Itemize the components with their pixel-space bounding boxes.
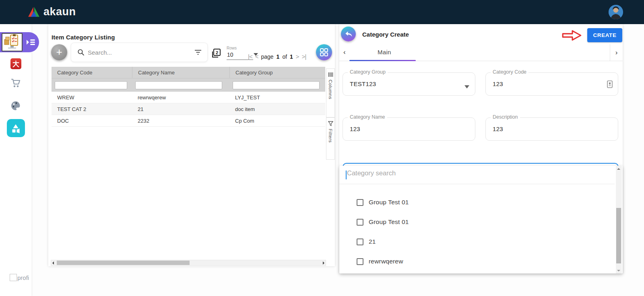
create-button[interactable]: CREATE [587,28,622,42]
cell-category-code: TEST CAT 2 [52,106,132,112]
scroll-up-arrow-icon[interactable] [617,168,620,170]
sidebar-item-shapes-active[interactable] [0,119,31,137]
filter-list-icon[interactable] [194,49,202,55]
palette-icon [10,101,21,111]
scroll-right-arrow-icon[interactable] [323,261,324,265]
filter-input-category-group[interactable] [233,81,320,89]
brand-logo: akaun [27,6,76,18]
listing-search-box[interactable] [71,43,208,62]
profile-checkbox[interactable] [10,274,17,281]
column-header-category-code[interactable]: Category Code [52,67,132,78]
columns-icon [328,72,333,77]
description-label: Description [491,114,520,120]
auto-number-icon[interactable] [607,80,613,90]
shapes-app-icon [7,119,25,137]
filter-input-category-code[interactable] [55,81,127,89]
annotation-arrow-icon [561,30,582,43]
filter-input-category-name[interactable] [135,81,222,89]
active-tab-underline [349,60,416,61]
category-group-value: TEST123 [350,80,376,87]
category-name-value: 123 [350,125,360,132]
category-group-label: Category Group [348,69,388,75]
cell-category-name: rewrwqerew [132,95,229,101]
search-icon [77,49,85,56]
red-cjk-app-icon [10,58,21,69]
scroll-left-arrow-icon[interactable] [52,261,54,265]
dropdown-option[interactable]: 21 [357,238,376,245]
column-header-category-group[interactable]: Category Group [229,67,325,78]
option-label: Group Test 01 [369,218,409,226]
filters-tab-label: Filters [328,129,333,143]
cell-category-code: WREW [52,95,132,101]
table-row[interactable]: TEST CAT 2 21 doc item [52,103,325,115]
table-row[interactable]: DOC 2232 Cp Com [52,115,325,127]
dropdown-option[interactable]: rewrwqerew [357,258,403,265]
search-input[interactable] [88,49,194,56]
option-checkbox[interactable] [357,199,363,206]
tab-main[interactable]: Main [378,49,391,56]
option-label: Group Test 01 [369,199,409,206]
description-field[interactable]: Description 123 [485,117,618,141]
dropdown-option[interactable]: Group Test 01 [357,218,409,226]
columns-side-tab[interactable]: Columns [326,68,335,117]
akaun-triangle-icon [27,6,40,18]
grid-view-button[interactable] [316,44,332,60]
sidebar-item-palette[interactable] [0,101,31,111]
inventory-app-icon[interactable] [2,33,23,51]
dropdown-option[interactable]: Group Test 01 [357,199,409,206]
profile-footer[interactable]: profi [10,274,29,281]
cart-icon [10,78,21,88]
tabs-scroll-left-icon[interactable]: ‹ [343,48,346,56]
category-name-field[interactable]: Category Name 123 [343,117,475,141]
option-checkbox[interactable] [357,258,363,265]
option-label: 21 [369,238,376,245]
table-row[interactable]: WREW rewrwqerew LYJ_TEST [52,92,325,103]
active-app-pill[interactable] [0,32,39,52]
total-pages: 1 [290,53,293,60]
sidebar-item-cart[interactable] [0,78,31,88]
dropdown-vertical-scrollbar[interactable] [616,166,622,273]
page-word: page [261,53,273,60]
first-page-button[interactable]: |< [248,53,252,60]
detail-tabbar: ‹ Main › [339,44,623,61]
category-code-value: 123 [493,80,503,87]
brand-name: akaun [43,6,76,18]
category-code-field[interactable]: Category Code 123 [485,72,618,96]
user-avatar[interactable] [609,5,623,19]
horizontal-scrollbar[interactable] [51,260,326,266]
last-page-button[interactable]: >| [302,53,306,60]
grid-icon [320,48,328,57]
next-page-button[interactable]: > [296,53,299,60]
dropdown-search-row[interactable] [339,166,615,184]
category-name-label: Category Name [348,114,387,120]
rows-count: 10 [227,51,233,58]
filters-side-tab[interactable]: Filters [326,117,335,160]
dropdown-scrollbar-thumb[interactable] [616,208,621,263]
sidebar-item-red-app[interactable] [0,58,31,69]
prev-page-button[interactable]: < [255,53,258,60]
rows-label: Rows [227,46,255,50]
cell-category-group: doc item [229,106,325,112]
profile-label: profi [17,274,29,281]
columns-tab-label: Columns [328,80,333,99]
scroll-down-arrow-icon[interactable] [617,270,620,271]
filters-funnel-icon [328,121,333,126]
column-header-category-name[interactable]: Category Name [132,67,229,78]
detail-title: Category Create [362,31,409,38]
back-button[interactable] [341,27,356,41]
horizontal-scrollbar-thumb[interactable] [57,261,190,265]
sidebar-toggle-icon[interactable] [26,38,35,48]
option-checkbox[interactable] [357,219,363,226]
category-search-dropdown: Group Test 01 Group Test 01 21 rewrwqere… [339,166,623,273]
option-label: rewrwqerew [369,258,403,265]
cell-category-name: 21 [132,106,229,112]
category-group-dropdown-caret-icon[interactable] [464,83,469,90]
category-code-label: Category Code [491,69,528,75]
tabs-scroll-right[interactable]: › [610,44,623,61]
category-search-input[interactable] [347,169,588,177]
add-category-button[interactable]: + [51,44,67,60]
option-checkbox[interactable] [357,238,363,245]
category-group-field[interactable]: Category Group TEST123 [343,72,475,96]
left-sidebar: profi [0,24,31,296]
multi-page-icon[interactable]: 2 [211,48,221,60]
